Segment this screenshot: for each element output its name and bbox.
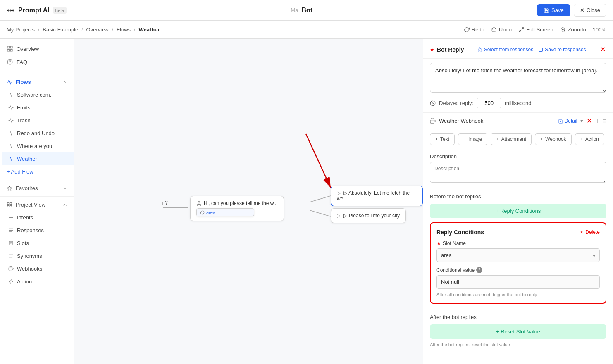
sidebar-item-software[interactable]: Software com. xyxy=(2,88,74,101)
svg-line-39 xyxy=(310,196,331,202)
save-button[interactable]: Save xyxy=(537,4,570,16)
add-webhook-button[interactable]: + Webhook xyxy=(535,133,572,145)
svg-rect-11 xyxy=(7,49,10,51)
reset-slot-button[interactable]: + Reset Slot Value xyxy=(430,324,606,339)
bot-reply-selected-node[interactable]: ▷ ▷ Absolutely! Let me fetch the we... xyxy=(331,186,423,206)
svg-rect-17 xyxy=(10,202,12,204)
svg-point-42 xyxy=(200,211,204,214)
flow-item-icon xyxy=(8,105,14,110)
reply-conditions-title: Reply Conditions xyxy=(436,229,484,236)
svg-rect-18 xyxy=(7,205,9,207)
webhook-detail-link[interactable]: Detail xyxy=(558,118,577,124)
select-from-responses-link[interactable]: Select from responses xyxy=(477,47,533,52)
add-action-button[interactable]: + Action xyxy=(575,133,604,145)
redo-button[interactable]: Redo xyxy=(464,26,484,33)
slot-name-select[interactable]: area xyxy=(436,248,600,262)
redo-icon xyxy=(464,27,470,33)
sidebar-item-responses[interactable]: Responses xyxy=(2,224,74,237)
panel-title: Bot Reply xyxy=(437,46,464,53)
panel-header: ★ Bot Reply Select from responses Save t… xyxy=(423,39,613,59)
breadcrumb-current: Weather xyxy=(138,26,160,33)
conditional-value-display: Not null xyxy=(436,275,600,289)
user-message-node[interactable]: Hi, can you please tell me the w... area xyxy=(190,196,284,221)
favorites-section-header[interactable]: Favorites xyxy=(0,182,74,195)
conditional-help-icon[interactable]: ? xyxy=(476,267,482,273)
webhook-name: Weather Webhook xyxy=(439,118,555,124)
webhook-add-button[interactable]: + xyxy=(595,117,599,125)
webhook-close-button[interactable]: ✕ xyxy=(587,117,592,125)
save-responses-icon xyxy=(538,47,543,52)
canvas: Hi, can you please tell me the w... area… xyxy=(74,39,423,364)
flow-item-icon xyxy=(8,131,14,136)
intents-icon xyxy=(8,215,14,220)
sidebar-item-webhooks[interactable]: Webhooks xyxy=(2,262,74,275)
faq-icon xyxy=(7,59,13,65)
undo-button[interactable]: Undo xyxy=(491,26,512,33)
webhook-row: Weather Webhook Detail ▾ ✕ + ≡ xyxy=(423,112,613,129)
add-text-button[interactable]: + Text xyxy=(430,133,455,145)
delayed-input[interactable] xyxy=(477,98,501,108)
flows-section-header[interactable]: Flows xyxy=(0,76,74,88)
svg-point-2 xyxy=(12,10,14,11)
sidebar-item-action[interactable]: Action xyxy=(2,275,74,288)
main-layout: Overview FAQ Flows Software com. Frui xyxy=(0,39,613,364)
after-bot-replies-label: After the bot replies xyxy=(430,314,606,320)
detail-link-icon xyxy=(558,119,563,124)
flows-icon xyxy=(7,79,12,85)
flows-chevron-up-icon xyxy=(62,80,67,85)
svg-marker-15 xyxy=(7,186,12,190)
svg-rect-44 xyxy=(539,48,543,51)
clock-icon xyxy=(430,100,436,106)
svg-point-0 xyxy=(8,10,9,11)
bot-title: Bot xyxy=(302,7,313,14)
svg-rect-16 xyxy=(7,202,9,204)
add-flow-button[interactable]: + Add Flow xyxy=(0,165,74,178)
project-view-section-header[interactable]: Project View xyxy=(0,198,74,211)
breadcrumb-my-projects[interactable]: My Projects xyxy=(7,26,35,33)
sidebar-item-weather[interactable]: Weather xyxy=(2,152,74,165)
sidebar-item-fruits[interactable]: Fruits xyxy=(2,101,74,114)
flow-item-icon xyxy=(8,143,14,149)
svg-marker-36 xyxy=(9,279,13,284)
sidebar-nav: Overview FAQ xyxy=(0,39,74,72)
add-attachment-button[interactable]: + Attachment xyxy=(491,133,532,145)
description-section: Description xyxy=(423,149,613,188)
svg-line-38 xyxy=(306,134,331,188)
sidebar: Overview FAQ Flows Software com. Frui xyxy=(0,39,74,364)
reply-conditions-button[interactable]: + Reply Conditions xyxy=(430,204,606,218)
webhook-chevron-icon[interactable]: ▾ xyxy=(580,118,583,124)
sidebar-divider-2 xyxy=(0,180,74,180)
sidebar-item-trash[interactable]: Trash xyxy=(2,114,74,127)
delete-condition-button[interactable]: ✕ Delete xyxy=(580,229,600,235)
bot-reply-alt-node[interactable]: ▷ ▷ Please tell me your city xyxy=(331,208,406,223)
zoomin-button[interactable]: ZoomIn xyxy=(560,26,586,33)
favorites-chevron-down-icon xyxy=(62,186,67,191)
close-button[interactable]: ✕ Close xyxy=(574,4,606,17)
prev-node-indicator: ↑ ? xyxy=(161,200,168,206)
breadcrumb-flows[interactable]: Flows xyxy=(117,26,131,33)
panel-close-button[interactable]: ✕ xyxy=(599,45,606,54)
sidebar-item-synonyms[interactable]: Synonyms xyxy=(2,250,74,262)
reply-conditions-card: Reply Conditions ✕ Delete ★ Slot Name ar… xyxy=(430,222,606,304)
fullscreen-button[interactable]: Full Screen xyxy=(518,26,553,33)
sidebar-item-faq[interactable]: FAQ xyxy=(0,55,74,69)
description-textarea[interactable] xyxy=(430,162,606,183)
bot-reply-textarea[interactable] xyxy=(430,63,606,93)
slot-name-label: ★ Slot Name xyxy=(436,240,600,246)
sidebar-item-slots[interactable]: Slots xyxy=(2,237,74,250)
save-to-responses-link[interactable]: Save to responses xyxy=(538,47,586,52)
svg-line-6 xyxy=(564,31,565,32)
sidebar-item-overview[interactable]: Overview xyxy=(0,42,74,55)
add-image-button[interactable]: + Image xyxy=(458,133,487,145)
after-note: After the bot replies, reset the slot va… xyxy=(430,342,606,347)
sidebar-divider-3 xyxy=(0,196,74,197)
sidebar-item-intents[interactable]: Intents xyxy=(2,211,74,224)
after-bot-replies-section: After the bot replies + Reset Slot Value… xyxy=(423,309,613,352)
sidebar-item-redo-undo[interactable]: Redo and Undo xyxy=(2,127,74,140)
breadcrumb-basic-example[interactable]: Basic Example xyxy=(43,26,78,33)
sidebar-item-where-are-you[interactable]: Where are you xyxy=(2,140,74,152)
add-buttons-row: + Text + Image + Attachment + Webhook + … xyxy=(423,129,613,149)
breadcrumb-overview[interactable]: Overview xyxy=(86,26,109,33)
flow-item-icon-active xyxy=(8,156,14,162)
webhook-menu-button[interactable]: ≡ xyxy=(603,117,606,125)
